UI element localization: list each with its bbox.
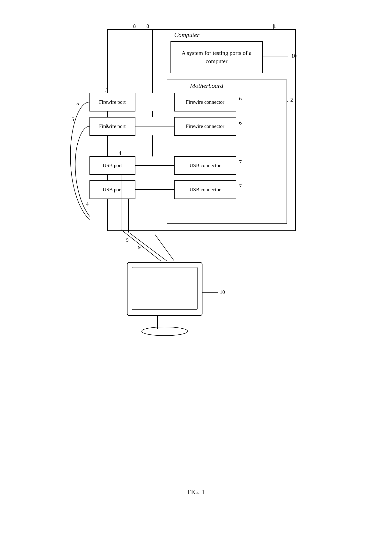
computer-label: Computer bbox=[174, 31, 200, 39]
fw-port-2-label: Firewire port bbox=[90, 117, 135, 135]
ref-10a: 10 bbox=[291, 53, 297, 59]
ref-6a: 6 bbox=[239, 96, 242, 102]
ref-9b: 9 bbox=[138, 244, 141, 251]
svg-line-18 bbox=[128, 232, 167, 261]
ref-8a: 8 bbox=[133, 23, 136, 29]
svg-rect-27 bbox=[132, 267, 197, 310]
motherboard-label: Motherboard bbox=[190, 82, 223, 89]
ref-4b: 4 bbox=[86, 201, 89, 207]
system-box-text: A system for testing ports of a computer bbox=[171, 42, 263, 73]
ref-1: 1 bbox=[274, 23, 276, 29]
figure-label: FIG. 1 bbox=[187, 488, 205, 496]
usb-connector-1-label: USB connector bbox=[174, 156, 236, 175]
usb-port-1-label: USB port bbox=[90, 156, 135, 175]
ref-7b: 7 bbox=[239, 183, 242, 189]
svg-rect-28 bbox=[157, 316, 172, 329]
ref-5b: 5 bbox=[72, 116, 74, 122]
ref-3a: 3 bbox=[105, 87, 108, 93]
fw-connector-1-label: Firewire connector bbox=[174, 93, 236, 111]
fw-port-1-label: Firewire port bbox=[90, 93, 135, 111]
svg-point-29 bbox=[142, 327, 188, 336]
fw-connector-2-label: Firewire connector bbox=[174, 117, 236, 135]
ref-8b: 8 bbox=[147, 23, 149, 29]
usb-connector-2-label: USB connector bbox=[174, 181, 236, 199]
svg-line-20 bbox=[155, 235, 174, 261]
ref-5a: 5 bbox=[76, 100, 79, 107]
usb-port-2-label: USB port bbox=[90, 181, 135, 199]
diagram-container: Computer A system for testing ports of a… bbox=[63, 10, 329, 505]
ref-4a: 4 bbox=[119, 150, 121, 156]
svg-line-16 bbox=[121, 230, 161, 261]
ref-6b: 6 bbox=[239, 120, 242, 126]
ref-3b: 3 bbox=[105, 123, 108, 129]
ref-7a: 7 bbox=[239, 159, 242, 165]
ref-9a: 9 bbox=[126, 237, 129, 243]
svg-rect-26 bbox=[127, 262, 202, 316]
ref-2: 2 bbox=[290, 97, 293, 103]
ref-10b: 10 bbox=[220, 289, 225, 295]
